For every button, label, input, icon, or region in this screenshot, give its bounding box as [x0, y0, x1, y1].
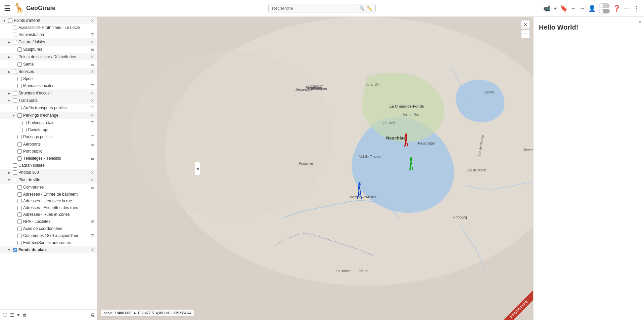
map-container[interactable]: Besançon Besançon Besançon Besançon Besa… [97, 17, 644, 320]
checkbox-port[interactable] [17, 149, 22, 154]
nav-back[interactable]: ← [571, 5, 576, 11]
close-transports[interactable]: ✕ [90, 98, 95, 103]
menu-arrets[interactable]: ☰ [90, 105, 95, 111]
checkbox-adresses-lien[interactable] [17, 199, 22, 203]
menu-icon[interactable]: ☰ [4, 4, 10, 12]
expand-plan-ville[interactable]: ▼ [7, 177, 11, 182]
checkbox-adresses-entree[interactable] [17, 192, 22, 197]
checkbox-covoiturage[interactable] [22, 128, 27, 132]
menu-parkings-relais[interactable]: ☰ [90, 120, 95, 125]
checkbox-administration[interactable] [13, 33, 17, 37]
menu-sculptures[interactable]: ☰ [90, 47, 95, 52]
print-icon[interactable]: 🖨 [90, 312, 94, 318]
toggle-2[interactable] [599, 9, 610, 13]
nav-forward[interactable]: → [580, 5, 585, 11]
checkbox-parkings-publics[interactable] [17, 135, 22, 139]
trash-icon[interactable]: 🗑 [22, 312, 27, 318]
user-icon[interactable]: 👤 [588, 5, 596, 12]
checkbox-cadran[interactable] [13, 163, 17, 168]
checkbox-adresses-etiquettes[interactable] [17, 206, 22, 210]
close-parkings-echange[interactable]: ✕ [90, 113, 95, 118]
checkbox-telesiege[interactable] [17, 156, 22, 161]
close-photos360[interactable]: ✕ [90, 170, 95, 175]
expand-structure[interactable]: ▶ [7, 91, 11, 95]
label-communes-1870: Communes 1870 à aujourd'hui [23, 233, 90, 238]
menu-monnaies[interactable]: ☰ [90, 83, 95, 88]
expand-poi[interactable]: ▼ [2, 18, 7, 23]
checkbox-axes[interactable] [17, 227, 22, 231]
close-culture[interactable]: ✕ [90, 39, 95, 45]
add-icon[interactable]: + [554, 6, 557, 11]
checkbox-poi[interactable] [8, 18, 12, 23]
menu-communes[interactable]: ☰ [90, 185, 95, 190]
layers-icon[interactable]: ⬡ [3, 312, 7, 318]
menu-sante[interactable]: ☰ [90, 62, 95, 67]
expand-culture[interactable]: ▶ [7, 40, 11, 44]
expand-transports[interactable]: ▼ [7, 98, 11, 103]
search-input[interactable] [272, 6, 359, 11]
checkbox-accessibilite[interactable] [13, 26, 17, 30]
menu-administration[interactable]: ☰ [90, 32, 95, 37]
info-panel-close-btn[interactable]: × [639, 19, 641, 25]
checkbox-photos360[interactable] [13, 170, 17, 175]
menu-communes-1870[interactable]: ☰ [90, 233, 95, 238]
edit-icon[interactable]: ✏️ [367, 6, 372, 11]
expand-fonds-plan[interactable]: ▼ [7, 247, 11, 252]
help-icon[interactable]: ❓ [613, 5, 620, 12]
menu-telesiege[interactable]: ☰ [90, 156, 95, 161]
checkbox-communes[interactable] [17, 185, 22, 190]
bookmark-icon[interactable]: 🔖 [560, 5, 567, 12]
checkbox-collecte[interactable] [13, 55, 17, 59]
checkbox-sport[interactable] [17, 77, 22, 81]
svg-text:Neuchâtel: Neuchâtel [418, 141, 435, 145]
label-adresses-rues: Adresses - Rues et Zones [23, 212, 95, 217]
checkbox-fonds-plan[interactable] [13, 248, 17, 252]
close-poi[interactable]: ✕ [90, 18, 95, 23]
close-collecte[interactable]: ✕ [90, 54, 95, 59]
svg-text:Jura (CH): Jura (CH) [366, 83, 380, 86]
checkbox-communes-1870[interactable] [17, 234, 22, 238]
label-culture: Culture / loisirs [18, 40, 90, 44]
menu-parkings-publics[interactable]: ☰ [90, 134, 95, 139]
expand-collecte[interactable]: ▶ [7, 54, 11, 59]
zoom-out-btn[interactable]: − [521, 30, 530, 38]
checkbox-sculptures[interactable] [17, 47, 22, 52]
share-icon[interactable]: ⋯ [624, 5, 630, 12]
svg-text:La Chaux-de-Fonds: La Chaux-de-Fonds [389, 104, 424, 108]
expand-services[interactable]: ▶ [7, 69, 11, 74]
checkbox-parkings-relais[interactable] [22, 121, 27, 125]
checkbox-parkings-echange[interactable] [17, 113, 22, 118]
list-icon[interactable]: ☰ [10, 312, 14, 318]
checkbox-structure[interactable] [13, 91, 17, 95]
checkbox-transports[interactable] [13, 98, 17, 103]
menu-aeroports[interactable]: ☰ [90, 142, 95, 147]
expand-photos360[interactable]: ▶ [7, 170, 11, 175]
label-arrets: Arrêts transports publics [23, 106, 90, 110]
map-close-btn[interactable]: ✕ [521, 20, 530, 29]
search-icon[interactable]: 🔍 [359, 6, 364, 11]
checkbox-arrets[interactable] [17, 106, 22, 110]
close-structure[interactable]: ✕ [90, 90, 95, 96]
label-adresses-lien: Adresses - Lien avec la rue [23, 199, 95, 203]
checkbox-culture[interactable] [13, 40, 17, 44]
close-services[interactable]: ✕ [90, 69, 95, 74]
checkbox-npa[interactable] [17, 219, 22, 224]
menu-npa[interactable]: ☰ [90, 219, 95, 224]
checkbox-monnaies[interactable] [17, 84, 22, 88]
info-panel-title: Hello World! [539, 24, 639, 31]
toggle-1[interactable] [599, 3, 610, 8]
header-right: 📹 + 🔖 ← → 👤 ❓ ⋯ ⋮ [543, 3, 640, 13]
checkbox-services[interactable] [13, 70, 17, 74]
expand-parkings-echange[interactable]: ▼ [11, 113, 16, 118]
more-icon[interactable]: ⋮ [633, 4, 640, 12]
checkbox-plan-ville[interactable] [13, 178, 17, 182]
checkbox-aeroports[interactable] [17, 142, 22, 147]
checkbox-sante[interactable] [17, 62, 22, 67]
close-plan-ville[interactable]: ✕ [90, 177, 95, 183]
close-fonds-plan[interactable]: ✕ [90, 247, 95, 252]
video-icon[interactable]: 📹 [543, 5, 551, 12]
checkbox-entrees-sorties[interactable] [17, 241, 22, 245]
checkbox-adresses-rues[interactable] [17, 212, 22, 217]
sidebar-collapse-btn[interactable]: ◀ [195, 162, 200, 175]
dropdown-icon[interactable]: ▾ [17, 312, 19, 318]
